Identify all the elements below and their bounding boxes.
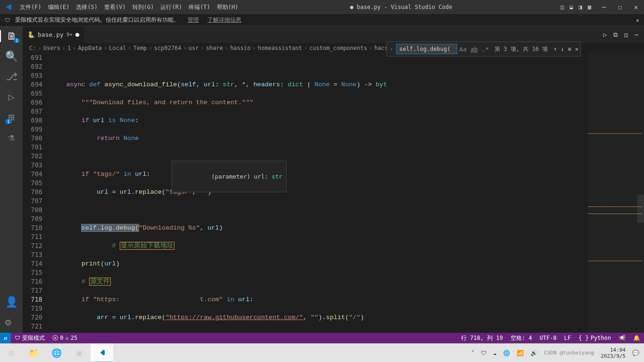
chrome-button[interactable]: 🌐 [45, 344, 68, 362]
explorer-badge: 1 [14, 38, 20, 43]
breadcrumb-seg[interactable]: Users [43, 45, 60, 51]
tray-notifications-icon[interactable]: 💬 [632, 350, 639, 356]
shield-icon: 🛡 [5, 17, 10, 24]
tray-onedrive-icon[interactable]: ☁ [493, 350, 496, 356]
menu-view[interactable]: 查看(V) [101, 3, 129, 11]
diff-icon[interactable]: ⧉ [613, 31, 618, 39]
find-toggle-replace-icon[interactable]: › [387, 46, 396, 52]
find-whole-word-icon[interactable]: ab [469, 46, 480, 53]
restricted-mode-banner: 🛡 受限模式旨在实现安全地浏览代码。信任此窗口以启用所有功能。 管理 了解详细信… [0, 14, 644, 26]
vscode-taskbar-button[interactable] [91, 344, 113, 362]
find-close-icon[interactable]: ✕ [573, 46, 580, 52]
testing-icon[interactable]: ⚗ [8, 132, 14, 143]
watermark-text: CSDN @tuobeiyang [544, 350, 594, 356]
menu-edit[interactable]: 编辑(E) [45, 3, 73, 11]
settings-gear-icon[interactable]: ⚙ [5, 316, 18, 328]
more-actions-icon[interactable]: ⋯ [635, 31, 638, 38]
toggle-panel-icon[interactable]: ⬓ [570, 4, 573, 10]
status-eol[interactable]: LF [561, 334, 575, 342]
breadcrumb-seg[interactable]: Temp [133, 45, 147, 51]
status-language[interactable]: { }Python [575, 334, 615, 342]
breadcrumb-seg[interactable]: Local [109, 45, 126, 51]
find-match-case-icon[interactable]: Aa [457, 46, 469, 53]
status-cursor-position[interactable]: 行 718, 列 19 [457, 334, 507, 342]
breadcrumb-seg[interactable]: homeassistant [258, 45, 302, 51]
source-control-icon[interactable]: ⎇ [6, 71, 17, 82]
remote-indicator[interactable]: ⇄ [0, 333, 11, 343]
extensions-icon[interactable]: ⊞1 [8, 111, 14, 123]
banner-close-icon[interactable]: ✕ [636, 17, 639, 24]
find-widget[interactable]: › Aa ab .* 第 3 项, 共 16 项 ↑ ↓ ≡ ✕ [387, 41, 581, 57]
breadcrumb-seg[interactable]: AppData [78, 45, 102, 51]
vscode-logo-icon [0, 3, 17, 11]
run-button-icon[interactable]: ▷ [603, 31, 607, 38]
parameter-hover-tooltip: (parameter) url: str [172, 161, 287, 192]
menu-help[interactable]: 帮助(H) [214, 3, 242, 11]
minimap[interactable] [587, 53, 644, 333]
status-notifications-icon[interactable]: 🔔 [629, 334, 644, 342]
explorer-icon[interactable]: 🗎1 [0, 30, 23, 42]
banner-learn-link[interactable]: 了解详细信息 [207, 16, 241, 24]
find-next-icon[interactable]: ↓ [559, 46, 566, 52]
file-explorer-button[interactable]: 📁 [23, 344, 45, 362]
tray-network-icon[interactable]: 🌐 [503, 350, 510, 356]
python-file-icon: 🐍 [27, 31, 35, 38]
accounts-icon[interactable]: 👤 [5, 296, 18, 308]
close-window-button[interactable]: ✕ [628, 1, 644, 13]
customize-layout-icon[interactable]: ▦ [588, 4, 591, 10]
extensions-badge: 1 [5, 119, 11, 124]
app-button[interactable]: ▣ [68, 344, 91, 362]
shield-icon: 🛡 [15, 335, 20, 341]
breadcrumb-seg[interactable]: usr [189, 45, 199, 51]
breadcrumb-seg[interactable]: custom_components [309, 45, 367, 51]
start-button[interactable]: ⊞ [0, 344, 23, 362]
tab-base-py[interactable]: 🐍 base.py 9+ [23, 26, 84, 43]
status-feedback-icon[interactable]: 📢 [615, 334, 629, 342]
title-bar: 文件(F) 编辑(E) 选择(S) 查看(V) 转到(G) 运行(R) 终端(T… [0, 0, 644, 14]
tab-filename: base.py [38, 31, 64, 38]
tray-volume-icon[interactable]: 🔊 [530, 350, 537, 356]
error-icon: ⓧ [52, 334, 58, 342]
menu-file[interactable]: 文件(F) [17, 3, 45, 11]
menu-run[interactable]: 运行(R) [157, 3, 185, 11]
status-problems[interactable]: ⓧ0 ⚠25 [49, 334, 81, 342]
menu-terminal[interactable]: 终端(T) [185, 3, 214, 11]
editor-tabs: 🐍 base.py 9+ ▷ ⧉ ◫ ⋯ [23, 26, 644, 43]
system-clock[interactable]: 14:04 2023/9/5 [601, 347, 626, 359]
find-regex-icon[interactable]: .* [479, 46, 491, 53]
find-prev-icon[interactable]: ↑ [552, 46, 559, 52]
status-restricted-mode[interactable]: 🛡受限模式 [11, 334, 49, 342]
status-encoding[interactable]: UTF-8 [536, 334, 560, 342]
layout-controls: ◫ ⬓ ◨ ▦ [561, 4, 596, 10]
activity-bar: 🗎1 🔍 ⎇ ▷ ⊞1 ⚗ 👤 ⚙ [0, 26, 23, 333]
breadcrumb-seg[interactable]: scp02764 [154, 45, 182, 51]
breadcrumb-seg[interactable]: hassio [230, 45, 250, 51]
breadcrumb-seg[interactable]: C: [29, 45, 36, 51]
code-content[interactable]: async def async_download_file(self, url:… [51, 53, 587, 333]
menu-go[interactable]: 转到(G) [129, 3, 157, 11]
code-editor[interactable]: 6916926936946956966976986997007017027037… [23, 53, 644, 333]
tab-modifier: 9+ [66, 32, 73, 38]
toggle-secondary-sidebar-icon[interactable]: ◨ [579, 4, 582, 10]
curly-braces-icon: { } [578, 335, 589, 341]
find-in-selection-icon[interactable]: ≡ [566, 46, 573, 52]
run-debug-icon[interactable]: ▷ [8, 91, 14, 103]
tray-security-icon[interactable]: 🛡 [481, 350, 487, 356]
window-title: ● base.py - Visual Studio Code [242, 4, 561, 10]
toggle-primary-sidebar-icon[interactable]: ◫ [561, 4, 564, 10]
minimap-viewport[interactable] [637, 195, 644, 223]
menu-selection[interactable]: 选择(S) [73, 3, 101, 11]
status-bar: ⇄ 🛡受限模式 ⓧ0 ⚠25 行 718, 列 19 空格: 4 UTF-8 L… [0, 333, 644, 343]
status-indentation[interactable]: 空格: 4 [507, 334, 536, 342]
search-icon[interactable]: 🔍 [5, 50, 18, 62]
breadcrumb-seg[interactable]: share [206, 45, 223, 51]
split-editor-icon[interactable]: ◫ [624, 31, 628, 38]
banner-manage-link[interactable]: 管理 [188, 16, 199, 24]
breadcrumb-seg[interactable]: hacs [374, 45, 388, 51]
maximize-button[interactable]: ☐ [612, 1, 628, 13]
tray-chevron-icon[interactable]: ˄ [471, 350, 474, 356]
tray-wifi-icon[interactable]: 📶 [517, 350, 524, 356]
minimize-button[interactable]: ─ [596, 1, 612, 13]
breadcrumb-seg[interactable]: 1 [67, 45, 71, 51]
find-input[interactable] [396, 44, 457, 54]
